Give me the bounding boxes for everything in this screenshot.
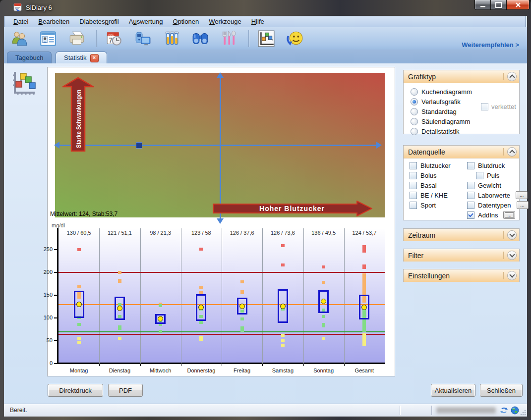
x-tick xyxy=(222,364,222,366)
data-point xyxy=(118,279,121,283)
resize-grip[interactable] xyxy=(520,409,526,416)
chevron-up-icon xyxy=(509,150,515,155)
y-tick xyxy=(54,249,57,250)
checkbox-icon[interactable] xyxy=(410,192,417,199)
checkbox-blutzucker[interactable]: Blutzucker xyxy=(410,160,451,170)
collapse-button[interactable] xyxy=(507,72,517,81)
patient-profile-icon[interactable] xyxy=(39,29,58,48)
pdf-button[interactable]: PDF xyxy=(108,384,143,397)
maximize-button[interactable] xyxy=(491,0,506,10)
checkbox-laborwerte[interactable]: Laborwerte... xyxy=(467,190,529,200)
checkbox-icon[interactable] xyxy=(467,211,474,219)
direktdruck-button[interactable]: Direktdruck xyxy=(48,384,103,397)
statistics-icon[interactable] xyxy=(257,29,276,48)
y-tick xyxy=(54,317,57,318)
column-header: 126 / 73,6 xyxy=(262,230,303,236)
binoculars-icon[interactable] xyxy=(191,29,210,48)
menu-item-optionen[interactable]: Optionen xyxy=(168,16,204,27)
printer-icon[interactable] xyxy=(67,29,86,48)
tab-label: Statistik xyxy=(64,52,87,64)
menu-item-auswertung[interactable]: Auswertung xyxy=(124,16,168,27)
more-options-button[interactable]: ... xyxy=(516,191,528,199)
checkbox-puls[interactable]: Puls xyxy=(467,170,529,180)
data-point xyxy=(77,248,81,251)
radio-icon[interactable] xyxy=(411,88,418,96)
checkbox-icon[interactable] xyxy=(410,202,417,209)
y-tick xyxy=(54,363,57,364)
feedback-smiley-icon[interactable] xyxy=(286,29,304,48)
tab-statistik[interactable]: Statistik × xyxy=(56,52,107,64)
expand-button[interactable] xyxy=(507,251,517,260)
checkbox-icon[interactable] xyxy=(410,172,417,179)
checkbox-blutdruck[interactable]: Blutdruck xyxy=(467,160,529,170)
verkettet-label: verkettet xyxy=(491,103,516,110)
data-point xyxy=(118,325,121,329)
mean-dot xyxy=(361,305,367,310)
tab-tagebuch[interactable]: Tagebuch xyxy=(7,52,52,64)
checkbox-be-khe[interactable]: BE / KHE xyxy=(410,190,451,200)
checkbox-addins[interactable]: AddIns... xyxy=(467,210,529,220)
device-sync-icon[interactable] xyxy=(133,29,152,48)
verkettet-checkbox[interactable] xyxy=(481,103,488,110)
y-tick-label: 150 xyxy=(39,292,53,298)
checkbox-icon[interactable] xyxy=(467,162,474,169)
radio-option-detailstatistik[interactable]: Detailstatistik xyxy=(411,126,519,136)
menu-item-hilfe[interactable]: Hilfe xyxy=(246,16,269,27)
y-axis-unit-label: mg/dl xyxy=(52,222,65,228)
x-tick xyxy=(262,364,263,366)
y-tick xyxy=(54,340,57,341)
radio-icon[interactable] xyxy=(411,118,418,125)
titlebar[interactable]: SiDiary 6 xyxy=(0,0,531,16)
radio-label: Standardtag xyxy=(421,108,457,115)
checkbox-icon[interactable] xyxy=(410,182,417,189)
more-options-button[interactable]: ... xyxy=(517,201,529,209)
checkbox-label: BE / KHE xyxy=(420,192,448,199)
menu-item-datei[interactable]: Datei xyxy=(8,16,33,27)
expand-button[interactable] xyxy=(507,230,517,240)
checkbox-basal[interactable]: Basal xyxy=(410,180,451,190)
checkbox-gewicht[interactable]: Gewicht xyxy=(467,180,529,190)
checkbox-label: Basal xyxy=(420,182,437,189)
checkbox-icon[interactable] xyxy=(467,202,474,209)
chevron-down-icon xyxy=(509,252,515,257)
tab-close-icon[interactable]: × xyxy=(90,54,99,62)
radio-option-säulendiagramm[interactable]: Säulendiagramm xyxy=(411,116,519,126)
aktualisieren-button[interactable]: Aktualisieren xyxy=(431,384,475,397)
menu-item-diabetesprofil[interactable]: Diabetesprofil xyxy=(74,16,124,27)
checkbox-bolus[interactable]: Bolus xyxy=(410,170,451,180)
calendar-clock-icon[interactable]: AUG 7 xyxy=(105,29,123,48)
menu-item-werkzeuge[interactable]: Werkzeuge xyxy=(204,16,246,27)
checkbox-sport[interactable]: Sport xyxy=(410,200,451,210)
svg-text:AUG: AUG xyxy=(108,33,114,36)
nutrition-icon[interactable] xyxy=(220,29,238,48)
data-point xyxy=(199,321,203,324)
gridline xyxy=(99,228,100,364)
radio-option-kuchendiagramm[interactable]: Kuchendiagramm xyxy=(411,87,519,97)
checkbox-icon[interactable] xyxy=(410,162,417,169)
radio-icon[interactable] xyxy=(411,128,418,135)
users-icon[interactable] xyxy=(10,29,29,48)
checkbox-icon[interactable] xyxy=(476,172,483,179)
checkbox-icon[interactable] xyxy=(467,182,474,189)
collapse-button[interactable] xyxy=(507,147,517,157)
test-tubes-icon[interactable] xyxy=(162,29,181,48)
column-header: 123 / 58 xyxy=(181,230,222,236)
close-button[interactable] xyxy=(506,0,530,10)
schliessen-button[interactable]: Schließen xyxy=(480,384,523,397)
checkbox-label: Sport xyxy=(420,202,436,209)
menu-item-bearbeiten[interactable]: Bearbeiten xyxy=(33,16,74,27)
checkbox-label: Gewicht xyxy=(478,182,501,189)
recommend-link[interactable]: Weiterempfehlen > xyxy=(462,41,519,49)
checkbox-datentypen[interactable]: Datentypen... xyxy=(467,200,529,210)
checkbox-icon[interactable] xyxy=(467,192,474,199)
chart-view-icon[interactable] xyxy=(9,69,37,97)
radio-icon[interactable] xyxy=(411,98,418,105)
panel-title: Filter xyxy=(404,252,503,260)
radio-icon[interactable] xyxy=(411,108,418,115)
expand-button[interactable] xyxy=(507,271,517,280)
more-options-button[interactable]: ... xyxy=(503,211,515,219)
column-header: 130 / 60,5 xyxy=(59,230,99,236)
minimize-button[interactable] xyxy=(474,0,491,10)
checkbox-label: Blutdruck xyxy=(478,162,505,169)
chevron-up-icon xyxy=(509,74,515,80)
